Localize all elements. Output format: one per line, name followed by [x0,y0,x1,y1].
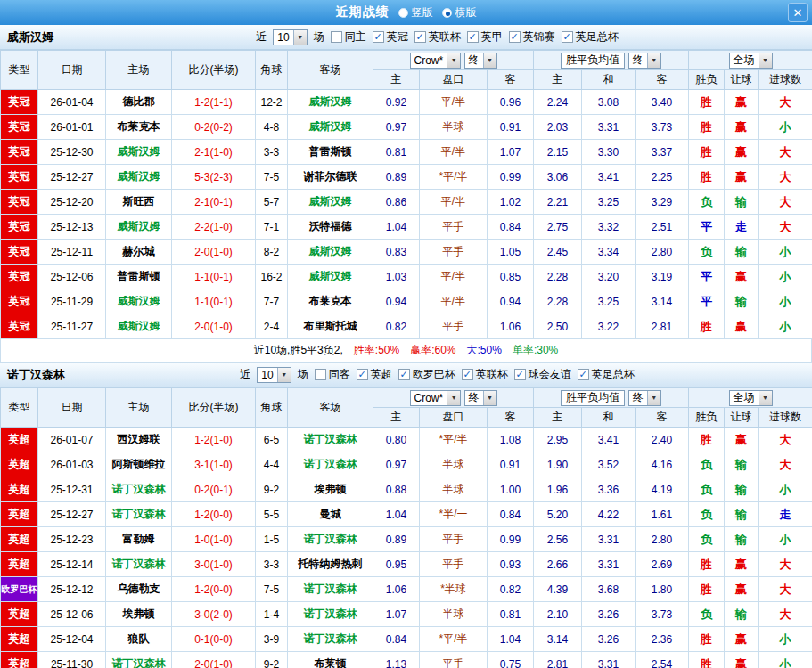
match-count-select[interactable]: 10 ▼ [273,29,307,45]
home-team: 布莱克本 [106,115,172,140]
corner-count: 3-3 [256,140,288,165]
odds-away: 1.08 [488,428,534,452]
avg-home: 2.28 [534,289,582,314]
avg-away: 2.69 [636,552,689,577]
chevron-down-icon: ▼ [277,368,291,382]
avg-away: 3.73 [636,602,689,627]
checkbox-label: 英冠 [387,29,408,45]
odds-away: 1.05 [488,240,534,265]
odds-home: 0.89 [373,165,420,190]
odds-source-select[interactable]: Crow*▼ [410,390,462,406]
result-wdl: 胜 [689,552,725,577]
close-button[interactable]: ✕ [788,3,808,22]
odds-home: 0.82 [373,314,420,339]
league-checkbox[interactable]: ✓ 英冠 [373,29,408,45]
avg-away: 3.40 [636,90,689,115]
match-row: 欧罗巴杯25-12-12乌德勒支1-2(0-0)7-5诺丁汉森林1.06*半球0… [1,577,812,602]
away-team: 诺丁汉森林 [288,602,373,627]
match-row: 英冠26-01-01布莱克本0-2(0-2)4-8威斯汉姆0.97半球0.912… [1,115,812,140]
match-count-value: 10 [261,369,273,381]
avg-odds-select[interactable]: 胜平负均值 [561,390,625,406]
avg-home: 2.66 [534,552,582,577]
titlebar: 近期战绩 竖版 横版 ✕ [0,0,812,25]
corner-count: 1-5 [256,527,288,552]
checkbox-icon [331,31,342,43]
match-date: 25-11-27 [38,314,106,339]
handicap-line: *半球 [420,577,488,602]
league-checkbox[interactable]: ✓ 英足总杯 [578,367,635,382]
league-checkbox[interactable]: ✓ 英甲 [467,29,503,45]
result-goals: 小 [759,265,812,289]
match-date: 25-12-06 [38,602,106,627]
league-checkbox[interactable]: ✓ 英锦赛 [509,29,555,45]
match-row: 英冠25-12-06普雷斯顿1-1(0-1)16-2威斯汉姆1.03平/半0.8… [1,265,812,289]
match-score: 2-1(0-1) [172,190,256,215]
layout-radio-vertical[interactable]: 竖版 [398,5,433,20]
match-score: 1-1(0-1) [172,265,256,289]
handicap-line: *平/半 [420,627,488,652]
team-section-1: 威斯汉姆 近 10 ▼ 场 同主 ✓ 英冠 ✓ 英联杯 [0,25,812,363]
chevron-down-icon: ▼ [647,53,660,68]
result-goals: 小 [759,627,812,652]
col-header-result-handicap: 让球 [725,408,759,428]
avg-draw: 3.08 [582,90,636,115]
odds-source-select[interactable]: Crow*▼ [410,53,462,69]
avg-home: 2.95 [534,428,582,452]
odds-away: 1.04 [488,627,534,652]
match-score: 0-2(0-1) [172,477,256,502]
result-wdl: 负 [689,477,725,502]
checkbox-checked-icon: ✓ [467,31,479,43]
odds-home: 0.92 [373,90,420,115]
scope-select[interactable]: 全场▼ [729,390,773,406]
avg-draw: 3.68 [582,577,636,602]
result-handicap: 赢 [725,627,759,652]
final-odds-select[interactable]: 终▼ [628,53,661,69]
avg-home: 2.10 [534,602,582,627]
league-checkbox[interactable]: ✓ 英超 [357,367,392,382]
odds-away: 0.93 [488,552,534,577]
match-date: 26-01-01 [38,115,106,140]
away-team: 沃特福德 [288,215,373,240]
avg-away: 2.40 [636,428,689,452]
same-venue-checkbox[interactable]: 同客 [315,367,350,382]
match-row: 英超25-12-23富勒姆1-0(1-0)1-5诺丁汉森林0.89平手0.992… [1,527,812,552]
final-odds-select[interactable]: 终▼ [464,390,497,406]
corner-count: 1-4 [256,602,288,627]
league-type-badge: 英冠 [1,90,38,115]
match-date: 25-12-06 [38,265,106,289]
league-checkbox[interactable]: ✓ 英联杯 [462,367,508,382]
avg-away: 2.80 [636,527,689,552]
final-odds-select[interactable]: 终▼ [628,390,661,406]
corner-count: 7-7 [256,289,288,314]
near-label: 近 [256,29,267,45]
home-team: 威斯汉姆 [106,289,172,314]
corner-count: 7-5 [256,165,288,190]
league-checkbox[interactable]: ✓ 欧罗巴杯 [398,367,455,382]
near-label: 近 [240,367,250,382]
final-odds-select[interactable]: 终▼ [464,53,497,69]
avg-odds-select[interactable]: 胜平负均值 [561,53,625,69]
avg-home: 2.50 [534,314,582,339]
odds-away: 1.00 [488,477,534,502]
away-team: 诺丁汉森林 [288,527,373,552]
result-handicap: 赢 [725,552,759,577]
layout-radio-horizontal[interactable]: 横版 [442,5,477,20]
handicap-line: 平手 [420,215,488,240]
league-type-badge: 英超 [1,652,38,668]
avg-group-header: 胜平负均值 终▼ [534,51,689,70]
league-checkbox[interactable]: ✓ 英足总杯 [562,29,619,45]
match-count-select[interactable]: 10 ▼ [257,367,291,383]
home-team: 赫尔城 [106,240,172,265]
scope-select[interactable]: 全场▼ [729,53,773,69]
same-venue-checkbox[interactable]: 同主 [331,29,366,45]
col-header-home: 主场 [106,51,172,90]
home-team: 诺丁汉森林 [106,552,172,577]
league-checkbox[interactable]: ✓ 球会友谊 [514,367,571,382]
result-wdl: 胜 [689,90,725,115]
result-wdl: 负 [689,452,725,477]
result-goals: 小 [759,477,812,502]
league-checkbox[interactable]: ✓ 英联杯 [414,29,461,45]
match-row: 英冠26-01-04德比郡1-2(1-1)12-2威斯汉姆0.92平/半0.96… [1,90,812,115]
home-team: 德比郡 [106,90,172,115]
match-date: 25-12-14 [38,552,106,577]
